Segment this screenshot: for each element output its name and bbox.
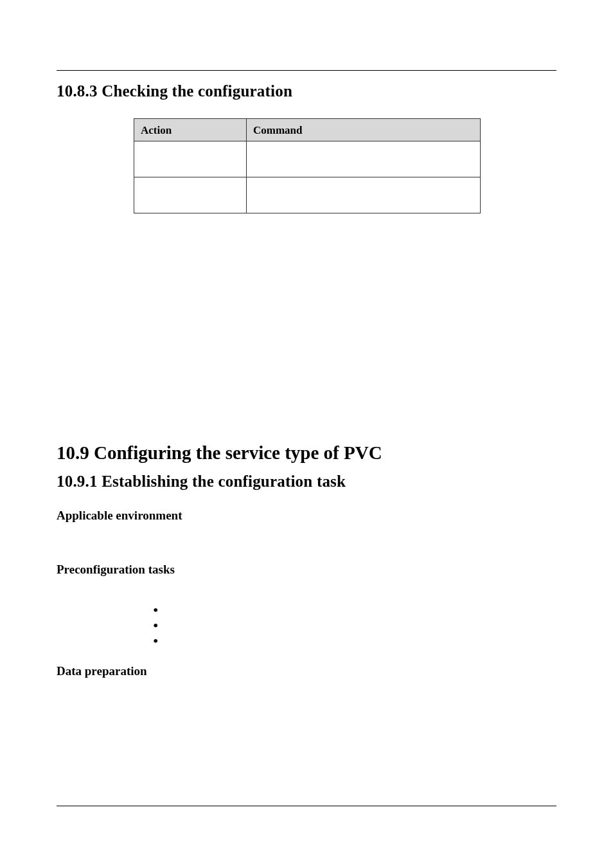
table-cell-action: [134, 177, 247, 213]
heading-preconfiguration-tasks: Preconfiguration tasks: [57, 563, 556, 577]
table-header-row: Action Command: [134, 119, 481, 141]
table-cell-command: [247, 177, 481, 213]
heading-10-8-3: 10.8.3 Checking the configuration: [57, 82, 556, 100]
list-item: [153, 605, 556, 620]
preconfig-bullet-list: [153, 605, 556, 651]
header-rule: [57, 37, 556, 71]
heading-10-9-1: 10.9.1 Establishing the configuration ta…: [57, 473, 556, 491]
heading-data-preparation: Data preparation: [57, 664, 556, 678]
heading-applicable-environment: Applicable environment: [57, 509, 556, 523]
list-item: [153, 620, 556, 636]
table-cell-action: [134, 141, 247, 177]
list-item: [153, 636, 556, 651]
config-check-table: Action Command: [134, 118, 481, 213]
table-row: [134, 177, 481, 213]
table-row: [134, 141, 481, 177]
table-header-command: Command: [247, 119, 481, 141]
table-cell-command: [247, 141, 481, 177]
footer-rule: [57, 806, 556, 806]
heading-10-9: 10.9 Configuring the service type of PVC: [57, 442, 556, 464]
table-header-action: Action: [134, 119, 247, 141]
